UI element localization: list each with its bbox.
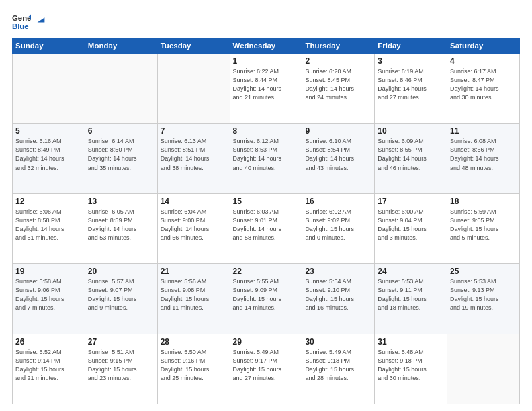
day-info: Sunrise: 5:51 AM Sunset: 9:15 PM Dayligh… bbox=[88, 348, 154, 383]
week-row-3: 12Sunrise: 6:06 AM Sunset: 8:58 PM Dayli… bbox=[13, 193, 520, 263]
day-number: 16 bbox=[305, 197, 371, 206]
day-cell: 18Sunrise: 5:59 AM Sunset: 9:05 PM Dayli… bbox=[447, 193, 520, 263]
weekday-header-saturday: Saturday bbox=[447, 38, 520, 54]
day-info: Sunrise: 5:57 AM Sunset: 9:07 PM Dayligh… bbox=[88, 277, 154, 312]
day-info: Sunrise: 6:20 AM Sunset: 8:45 PM Dayligh… bbox=[305, 67, 371, 102]
page: General Blue SundayMondayTuesdayWednesda… bbox=[0, 0, 532, 411]
day-number: 26 bbox=[15, 337, 82, 347]
day-number: 2 bbox=[305, 56, 371, 66]
day-number: 27 bbox=[88, 337, 154, 347]
day-cell: 24Sunrise: 5:53 AM Sunset: 9:11 PM Dayli… bbox=[375, 264, 447, 334]
day-cell bbox=[13, 54, 85, 124]
week-row-1: 1Sunrise: 6:22 AM Sunset: 8:44 PM Daylig… bbox=[13, 54, 520, 124]
day-number: 14 bbox=[161, 197, 227, 206]
day-info: Sunrise: 6:00 AM Sunset: 9:04 PM Dayligh… bbox=[378, 208, 444, 242]
day-cell: 8Sunrise: 6:12 AM Sunset: 8:53 PM Daylig… bbox=[230, 124, 302, 193]
day-number: 6 bbox=[88, 126, 154, 136]
day-number: 29 bbox=[233, 337, 300, 347]
day-cell: 29Sunrise: 5:49 AM Sunset: 9:17 PM Dayli… bbox=[230, 334, 302, 404]
day-info: Sunrise: 5:49 AM Sunset: 9:17 PM Dayligh… bbox=[233, 348, 300, 383]
day-cell: 19Sunrise: 5:58 AM Sunset: 9:06 PM Dayli… bbox=[13, 264, 85, 334]
day-number: 30 bbox=[305, 337, 371, 347]
week-row-5: 26Sunrise: 5:52 AM Sunset: 9:14 PM Dayli… bbox=[13, 334, 520, 404]
day-number: 7 bbox=[161, 126, 227, 136]
day-cell: 2Sunrise: 6:20 AM Sunset: 8:45 PM Daylig… bbox=[302, 54, 375, 124]
svg-text:Blue: Blue bbox=[12, 22, 29, 30]
day-cell: 31Sunrise: 5:48 AM Sunset: 9:18 PM Dayli… bbox=[375, 334, 447, 404]
day-number: 11 bbox=[450, 126, 517, 136]
day-number: 3 bbox=[378, 56, 444, 66]
day-info: Sunrise: 6:16 AM Sunset: 8:49 PM Dayligh… bbox=[15, 137, 82, 172]
day-info: Sunrise: 6:02 AM Sunset: 9:02 PM Dayligh… bbox=[305, 208, 371, 242]
day-info: Sunrise: 5:48 AM Sunset: 9:18 PM Dayligh… bbox=[378, 348, 444, 383]
day-info: Sunrise: 5:53 AM Sunset: 9:11 PM Dayligh… bbox=[378, 277, 444, 312]
weekday-header-wednesday: Wednesday bbox=[230, 38, 302, 54]
svg-marker-3 bbox=[38, 17, 45, 22]
day-number: 18 bbox=[450, 197, 517, 206]
day-cell: 17Sunrise: 6:00 AM Sunset: 9:04 PM Dayli… bbox=[375, 193, 447, 263]
weekday-header-friday: Friday bbox=[375, 38, 447, 54]
day-cell: 21Sunrise: 5:56 AM Sunset: 9:08 PM Dayli… bbox=[157, 264, 230, 334]
day-info: Sunrise: 5:52 AM Sunset: 9:14 PM Dayligh… bbox=[15, 348, 82, 383]
calendar-table: SundayMondayTuesdayWednesdayThursdayFrid… bbox=[12, 38, 520, 404]
logo-arrow-icon bbox=[35, 13, 47, 25]
weekday-header-monday: Monday bbox=[85, 38, 157, 54]
day-info: Sunrise: 5:59 AM Sunset: 9:05 PM Dayligh… bbox=[450, 208, 517, 242]
day-cell: 20Sunrise: 5:57 AM Sunset: 9:07 PM Dayli… bbox=[85, 264, 157, 334]
day-info: Sunrise: 6:19 AM Sunset: 8:46 PM Dayligh… bbox=[378, 67, 444, 102]
day-cell: 10Sunrise: 6:09 AM Sunset: 8:55 PM Dayli… bbox=[375, 124, 447, 193]
day-number: 10 bbox=[378, 126, 444, 136]
weekday-header-thursday: Thursday bbox=[302, 38, 375, 54]
day-info: Sunrise: 6:09 AM Sunset: 8:55 PM Dayligh… bbox=[378, 137, 444, 172]
day-info: Sunrise: 5:58 AM Sunset: 9:06 PM Dayligh… bbox=[15, 277, 82, 312]
day-info: Sunrise: 6:03 AM Sunset: 9:01 PM Dayligh… bbox=[233, 208, 300, 242]
day-number: 23 bbox=[305, 267, 371, 276]
day-number: 20 bbox=[88, 267, 154, 276]
day-cell: 3Sunrise: 6:19 AM Sunset: 8:46 PM Daylig… bbox=[375, 54, 447, 124]
day-cell: 16Sunrise: 6:02 AM Sunset: 9:02 PM Dayli… bbox=[302, 193, 375, 263]
day-cell: 22Sunrise: 5:55 AM Sunset: 9:09 PM Dayli… bbox=[230, 264, 302, 334]
day-number: 1 bbox=[233, 56, 300, 66]
day-number: 28 bbox=[161, 337, 227, 347]
day-cell: 25Sunrise: 5:53 AM Sunset: 9:13 PM Dayli… bbox=[447, 264, 520, 334]
day-cell: 30Sunrise: 5:49 AM Sunset: 9:18 PM Dayli… bbox=[302, 334, 375, 404]
day-number: 17 bbox=[378, 197, 444, 206]
weekday-header-tuesday: Tuesday bbox=[157, 38, 230, 54]
logo: General Blue bbox=[12, 12, 47, 31]
logo-icon: General Blue bbox=[12, 12, 31, 31]
day-info: Sunrise: 6:13 AM Sunset: 8:51 PM Dayligh… bbox=[161, 137, 227, 172]
weekday-header-sunday: Sunday bbox=[13, 38, 85, 54]
day-info: Sunrise: 5:53 AM Sunset: 9:13 PM Dayligh… bbox=[450, 277, 517, 312]
day-info: Sunrise: 6:17 AM Sunset: 8:47 PM Dayligh… bbox=[450, 67, 517, 102]
day-info: Sunrise: 6:08 AM Sunset: 8:56 PM Dayligh… bbox=[450, 137, 517, 172]
svg-text:General: General bbox=[12, 14, 31, 22]
day-cell bbox=[85, 54, 157, 124]
day-info: Sunrise: 6:12 AM Sunset: 8:53 PM Dayligh… bbox=[233, 137, 300, 172]
day-cell: 4Sunrise: 6:17 AM Sunset: 8:47 PM Daylig… bbox=[447, 54, 520, 124]
day-cell: 7Sunrise: 6:13 AM Sunset: 8:51 PM Daylig… bbox=[157, 124, 230, 193]
weekday-header-row: SundayMondayTuesdayWednesdayThursdayFrid… bbox=[13, 38, 520, 54]
day-cell: 26Sunrise: 5:52 AM Sunset: 9:14 PM Dayli… bbox=[13, 334, 85, 404]
day-info: Sunrise: 6:22 AM Sunset: 8:44 PM Dayligh… bbox=[233, 67, 300, 102]
day-number: 9 bbox=[305, 126, 371, 136]
day-number: 15 bbox=[233, 197, 300, 206]
day-info: Sunrise: 5:50 AM Sunset: 9:16 PM Dayligh… bbox=[161, 348, 227, 383]
day-cell bbox=[157, 54, 230, 124]
day-info: Sunrise: 6:04 AM Sunset: 9:00 PM Dayligh… bbox=[161, 208, 227, 242]
week-row-4: 19Sunrise: 5:58 AM Sunset: 9:06 PM Dayli… bbox=[13, 264, 520, 334]
day-cell: 28Sunrise: 5:50 AM Sunset: 9:16 PM Dayli… bbox=[157, 334, 230, 404]
day-number: 22 bbox=[233, 267, 300, 276]
day-cell: 6Sunrise: 6:14 AM Sunset: 8:50 PM Daylig… bbox=[85, 124, 157, 193]
day-info: Sunrise: 5:56 AM Sunset: 9:08 PM Dayligh… bbox=[161, 277, 227, 312]
day-number: 13 bbox=[88, 197, 154, 206]
day-cell: 12Sunrise: 6:06 AM Sunset: 8:58 PM Dayli… bbox=[13, 193, 85, 263]
day-number: 31 bbox=[378, 337, 444, 347]
day-info: Sunrise: 5:55 AM Sunset: 9:09 PM Dayligh… bbox=[233, 277, 300, 312]
day-number: 5 bbox=[15, 126, 82, 136]
day-cell: 15Sunrise: 6:03 AM Sunset: 9:01 PM Dayli… bbox=[230, 193, 302, 263]
day-cell: 27Sunrise: 5:51 AM Sunset: 9:15 PM Dayli… bbox=[85, 334, 157, 404]
day-number: 8 bbox=[233, 126, 300, 136]
day-info: Sunrise: 6:14 AM Sunset: 8:50 PM Dayligh… bbox=[88, 137, 154, 172]
day-cell bbox=[447, 334, 520, 404]
day-cell: 13Sunrise: 6:05 AM Sunset: 8:59 PM Dayli… bbox=[85, 193, 157, 263]
